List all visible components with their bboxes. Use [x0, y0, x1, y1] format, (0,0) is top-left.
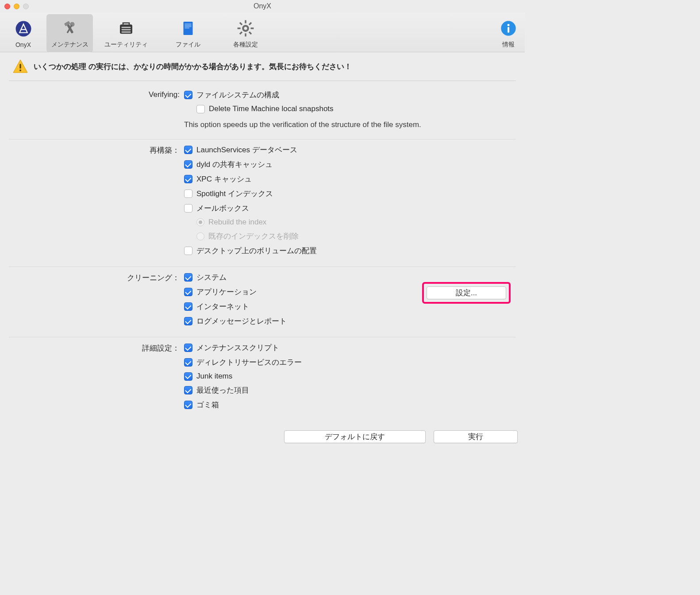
opt-label: メールボックス	[196, 203, 249, 213]
toolbar: OnyX メンテナンス ユーティリティ ファイル 各種設定 情報	[0, 12, 525, 52]
section-label-rebuild: 再構築：	[9, 145, 184, 155]
toolbar-item-maintenance[interactable]: メンテナンス	[46, 14, 93, 52]
toolbar-label: ファイル	[176, 41, 200, 49]
opt-label: ファイルシステムの構成	[196, 90, 279, 100]
opt-system[interactable]: システム	[184, 272, 503, 282]
warning-icon	[12, 58, 28, 74]
svg-rect-12	[185, 25, 192, 26]
opt-filesystem[interactable]: ファイルシステムの構成	[184, 90, 503, 100]
gear-icon	[235, 18, 256, 39]
svg-rect-22	[239, 22, 242, 25]
radio-delete-index: 既存のインデックスを削除	[196, 231, 503, 241]
opt-logs[interactable]: ログメッセージとレポート	[184, 316, 503, 326]
opt-desktop-volumes[interactable]: デスクトップ上のボリュームの配置	[184, 246, 503, 256]
opt-label: LaunchServices データベース	[196, 145, 297, 155]
svg-point-26	[507, 24, 509, 26]
toolbar-label: メンテナンス	[51, 41, 88, 49]
toolbar-item-onyx[interactable]: OnyX	[0, 14, 46, 52]
toolbar-label: OnyX	[15, 41, 31, 48]
warning-text: いくつかの処理 の実行には、かなりの時間がかかる場合があります。気長にお待ちくだ…	[34, 62, 352, 72]
opt-label: 最近使った項目	[196, 385, 249, 395]
svg-rect-17	[245, 33, 246, 36]
toolbar-item-settings[interactable]: 各種設定	[217, 14, 274, 52]
checkbox-icon[interactable]	[184, 344, 192, 352]
checkbox-icon[interactable]	[184, 247, 192, 255]
warning-bar: いくつかの処理 の実行には、かなりの時間がかかる場合があります。気長にお待ちくだ…	[0, 52, 525, 81]
bottom-bar: デフォルトに戻す 実行	[0, 426, 525, 446]
opt-delete-tm-snapshots[interactable]: Delete Time Machine local snapshots	[196, 104, 503, 113]
section-cleaning: クリーニング： システム アプリケーション インターネット ログメッセージとレポ…	[9, 267, 516, 337]
opt-spotlight[interactable]: Spotlight インデックス	[184, 189, 503, 199]
checkbox-icon[interactable]	[184, 273, 192, 282]
svg-rect-20	[249, 22, 252, 25]
section-rebuild: 再構築： LaunchServices データベース dyld の共有キャッシュ…	[9, 139, 516, 267]
file-icon	[177, 18, 199, 39]
opt-label: Spotlight インデックス	[196, 189, 273, 199]
opt-trash[interactable]: ゴミ箱	[184, 400, 503, 410]
run-button[interactable]: 実行	[434, 430, 518, 443]
svg-rect-23	[249, 31, 252, 35]
radio-icon	[196, 232, 204, 240]
svg-rect-7	[122, 27, 131, 28]
checkbox-icon[interactable]	[184, 302, 192, 311]
opt-label: デスクトップ上のボリュームの配置	[196, 246, 317, 256]
opt-dyld[interactable]: dyld の共有キャッシュ	[184, 159, 503, 170]
opt-junk[interactable]: Junk items	[184, 372, 503, 381]
toolbar-item-utilities[interactable]: ユーティリティ	[93, 14, 159, 52]
svg-rect-18	[238, 27, 241, 29]
checkbox-icon[interactable]	[184, 91, 192, 99]
checkbox-icon[interactable]	[184, 358, 192, 367]
checkbox-icon[interactable]	[184, 288, 192, 296]
svg-rect-8	[122, 29, 131, 31]
toolbar-item-info[interactable]: 情報	[492, 14, 525, 52]
checkbox-icon[interactable]	[184, 401, 192, 409]
section-label-cleaning: クリーニング：	[9, 272, 184, 283]
svg-rect-13	[185, 27, 192, 27]
tools-icon	[59, 18, 81, 39]
opt-label: Rebuild the index	[208, 218, 266, 227]
opt-label: dyld の共有キャッシュ	[196, 159, 273, 170]
checkbox-icon[interactable]	[184, 189, 192, 198]
toolbar-label: 情報	[502, 41, 515, 49]
titlebar: OnyX	[0, 0, 525, 12]
checkbox-icon[interactable]	[184, 372, 192, 381]
opt-directory-services[interactable]: ディレクトリサービスのエラー	[184, 357, 503, 367]
opt-note: This option speeds up the verification o…	[184, 118, 503, 134]
checkbox-icon[interactable]	[184, 317, 192, 325]
opt-label: メンテナンススクリプト	[196, 343, 279, 353]
checkbox-icon[interactable]	[184, 204, 192, 212]
section-verifying: Verifying: ファイルシステムの構成 Delete Time Machi…	[9, 90, 516, 139]
opt-label: ログメッセージとレポート	[196, 316, 287, 326]
toolbar-label: ユーティリティ	[104, 41, 148, 49]
window-title: OnyX	[0, 2, 525, 10]
opt-label: ディレクトリサービスのエラー	[196, 357, 302, 367]
cleaning-settings-button[interactable]: 設定...	[427, 286, 506, 299]
opt-label: Junk items	[196, 372, 232, 381]
svg-rect-16	[245, 20, 246, 23]
opt-mailboxes[interactable]: メールボックス	[184, 203, 503, 213]
checkbox-icon[interactable]	[184, 160, 192, 169]
opt-label: Delete Time Machine local snapshots	[209, 104, 334, 113]
opt-label: ゴミ箱	[196, 400, 219, 410]
checkbox-icon[interactable]	[184, 175, 192, 183]
opt-launchservices[interactable]: LaunchServices データベース	[184, 145, 503, 155]
opt-xpc[interactable]: XPC キャッシュ	[184, 174, 503, 184]
radio-icon	[196, 218, 204, 226]
radio-rebuild-index: Rebuild the index	[196, 218, 503, 227]
toolbar-item-files[interactable]: ファイル	[159, 14, 217, 52]
svg-rect-9	[122, 31, 131, 33]
checkbox-icon[interactable]	[196, 105, 205, 113]
opt-recent[interactable]: 最近使った項目	[184, 385, 503, 395]
settings-button-highlight: 設定...	[422, 282, 511, 304]
defaults-button[interactable]: デフォルトに戻す	[284, 430, 426, 443]
section-label-verifying: Verifying:	[9, 90, 184, 99]
opt-label: インターネット	[196, 301, 249, 312]
toolbar-label: 各種設定	[233, 41, 258, 49]
checkbox-icon[interactable]	[184, 386, 192, 394]
svg-point-29	[19, 70, 21, 71]
opt-maintenance-scripts[interactable]: メンテナンススクリプト	[184, 343, 503, 353]
checkbox-icon[interactable]	[184, 146, 192, 154]
svg-rect-28	[19, 64, 21, 69]
section-advanced: 詳細設定： メンテナンススクリプト ディレクトリサービスのエラー Junk it…	[9, 337, 516, 415]
svg-point-24	[244, 27, 247, 30]
